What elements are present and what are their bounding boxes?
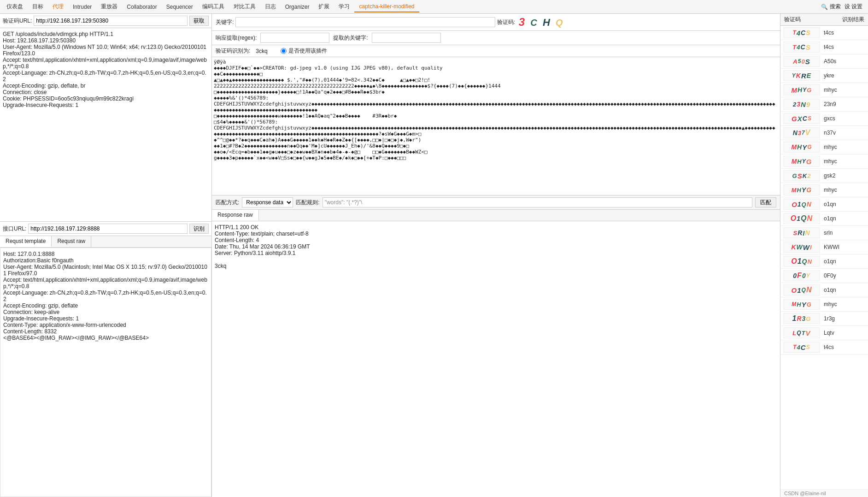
captcha-char: V bbox=[805, 129, 811, 137]
main-layout: 验证码URL: 获取 GET /uploads/include/vdimgck.… bbox=[0, 14, 868, 497]
captcha-char: S bbox=[806, 43, 811, 51]
right-header-result: 识别结果 bbox=[842, 16, 864, 24]
captcha-thumbnail: GSK2 bbox=[783, 170, 820, 181]
nav-encoder[interactable]: 编码工具 bbox=[198, 1, 229, 12]
response-tab-bar: Response raw bbox=[212, 210, 780, 221]
nav-learn[interactable]: 学习 bbox=[334, 1, 354, 12]
captcha-char: 2 bbox=[807, 172, 811, 179]
captcha-thumbnail: YK RE bbox=[783, 70, 820, 81]
captcha-char: W bbox=[803, 243, 810, 251]
match-method-label: 匹配方式: bbox=[216, 199, 239, 207]
captcha-list-item[interactable]: GXCSgxcs bbox=[780, 112, 868, 126]
match-rule-input[interactable] bbox=[323, 197, 752, 207]
captcha-recognition-text: srln bbox=[824, 230, 833, 236]
extracted-keyword-input[interactable] bbox=[372, 33, 441, 43]
tab-response-raw[interactable]: Response raw bbox=[212, 210, 259, 221]
regex-input[interactable] bbox=[260, 33, 329, 43]
captcha-recognition-text: t4cs bbox=[824, 30, 834, 36]
nav-logger[interactable]: 日志 bbox=[260, 1, 281, 12]
captcha-char: G bbox=[807, 87, 812, 94]
captcha-list-item[interactable]: MHYGmhyc bbox=[780, 183, 868, 197]
bottom-footer: CSDN @Elaine-nil bbox=[780, 489, 868, 497]
captcha-char: R bbox=[798, 229, 803, 237]
captcha-list-item[interactable]: O1QNo1qn bbox=[780, 283, 868, 297]
nav-proxy[interactable]: 代理 bbox=[48, 1, 68, 12]
captcha-list-item[interactable]: MHYGmhyc bbox=[780, 297, 868, 312]
captcha-list-item[interactable]: T4CSt4cs bbox=[780, 40, 868, 54]
captcha-char: G bbox=[792, 172, 798, 179]
captcha-list-item[interactable]: LQTVLqtv bbox=[780, 326, 868, 340]
captcha-char: O bbox=[791, 257, 797, 266]
nav-repeater[interactable]: 重放器 bbox=[96, 1, 122, 12]
captcha-char: Y bbox=[802, 143, 807, 151]
captcha-char: A bbox=[793, 58, 798, 65]
captcha-thumbnail: SRIN bbox=[783, 227, 820, 238]
nav-intruder[interactable]: Intruder bbox=[68, 2, 96, 12]
captcha-list-item[interactable]: O1QNo1qn bbox=[780, 254, 868, 269]
captcha-list-item[interactable]: YK REykre bbox=[780, 69, 868, 83]
captcha-char: M bbox=[792, 158, 798, 165]
captcha-char: W bbox=[797, 243, 803, 251]
nav-extensions[interactable]: 扩展 bbox=[314, 1, 334, 12]
captcha-list-item[interactable]: KWWIKWWI bbox=[780, 240, 868, 254]
captcha-thumbnail: GXCS bbox=[783, 113, 820, 124]
tab-request-template[interactable]: Requst template bbox=[0, 236, 52, 247]
captcha-char: C bbox=[801, 29, 806, 36]
fetch-button[interactable]: 获取 bbox=[189, 16, 209, 26]
captcha-thumbnail: 1R3G bbox=[783, 313, 820, 324]
captcha-id-row: 验证码识别为: 3ckq 是否使用该插件 bbox=[212, 45, 780, 57]
nav-organizer[interactable]: Organizer bbox=[281, 2, 314, 12]
captcha-list-item[interactable]: MHYGmhyc bbox=[780, 140, 868, 154]
keyword-input[interactable] bbox=[235, 17, 495, 27]
captcha-char: Y bbox=[802, 158, 806, 165]
captcha-recognition-text: t4cs bbox=[824, 344, 834, 350]
captcha-list-item[interactable]: 1R3G1r3g bbox=[780, 312, 868, 326]
captcha-recognition-text: n37v bbox=[824, 130, 836, 136]
nav-target[interactable]: 目标 bbox=[28, 1, 48, 12]
use-plugin-radio[interactable] bbox=[281, 48, 287, 54]
captcha-list-item[interactable]: A50SA50s bbox=[780, 54, 868, 69]
nav-compare[interactable]: 对比工具 bbox=[229, 1, 260, 12]
identify-button[interactable]: 识别 bbox=[189, 224, 209, 234]
captcha-id-label: 验证码识别为: bbox=[216, 47, 250, 55]
captcha-list-item[interactable]: MHYGmhyc bbox=[780, 83, 868, 97]
captcha-recognition-text: mhyc bbox=[824, 158, 837, 165]
captcha-thumbnail: O1QN bbox=[783, 256, 820, 267]
captcha-recognition-text: 0F0y bbox=[824, 272, 836, 279]
captcha-char: 3 bbox=[802, 315, 806, 322]
captcha-thumbnail: N37V bbox=[783, 127, 820, 138]
captcha-recognition-text: 1r3g bbox=[824, 315, 835, 322]
captcha-list-item[interactable]: O1QNo1qn bbox=[780, 212, 868, 226]
captcha-url-input[interactable] bbox=[34, 16, 188, 26]
captcha-binary-content: ÿØÿà ◆◆◆◆DJFIF◆◆□`◆◆>CREATOR: gd-jpeg v1… bbox=[212, 57, 780, 195]
captcha-list-item[interactable]: SRINsrln bbox=[780, 226, 868, 240]
nav-sequencer[interactable]: Sequencer bbox=[162, 2, 198, 12]
captcha-list-item[interactable]: N37Vn37v bbox=[780, 126, 868, 140]
captcha-char: T bbox=[792, 30, 796, 36]
request-raw-content: Host: 127.0.0.1:8888 Authorization:Basic… bbox=[0, 248, 211, 497]
captcha-char: V bbox=[806, 329, 811, 337]
captcha-list-item[interactable]: MHYGmhyc bbox=[780, 154, 868, 169]
captcha-list-item[interactable]: T4CSt4cs bbox=[780, 340, 868, 355]
captcha-char: G bbox=[806, 186, 812, 194]
captcha-char: S bbox=[805, 58, 810, 65]
captcha-list-item[interactable]: 23N923n9 bbox=[780, 97, 868, 112]
nav-collaborator[interactable]: Collaborator bbox=[122, 2, 161, 12]
match-button[interactable]: 匹配 bbox=[755, 197, 776, 207]
right-panel: 验证码 识别结果 T4CSt4csT4CSt4csA50SA50sYK REyk… bbox=[780, 14, 868, 497]
socket-url-input[interactable] bbox=[28, 224, 188, 234]
captcha-char: O bbox=[791, 214, 797, 223]
settings-button[interactable]: 设 设置 bbox=[845, 3, 862, 11]
captcha-char: I bbox=[810, 244, 812, 251]
match-method-select[interactable]: Response data bbox=[242, 197, 293, 207]
captcha-char: X bbox=[798, 115, 803, 123]
captcha-list-item[interactable]: O1QNo1qn bbox=[780, 197, 868, 212]
captcha-list-item[interactable]: GSK2gsk2 bbox=[780, 169, 868, 183]
captcha-list-item[interactable]: 0F0Y0F0y bbox=[780, 269, 868, 283]
nav-captcha-killer[interactable]: captcha-killer-modified bbox=[354, 1, 419, 12]
tab-request-raw[interactable]: Requst raw bbox=[52, 236, 91, 247]
captcha-list-item[interactable]: T4CSt4cs bbox=[780, 26, 868, 40]
nav-dashboard[interactable]: 仪表盘 bbox=[2, 1, 28, 12]
search-button[interactable]: 🔍 搜索 bbox=[821, 3, 841, 11]
captcha-char: F bbox=[797, 272, 802, 280]
